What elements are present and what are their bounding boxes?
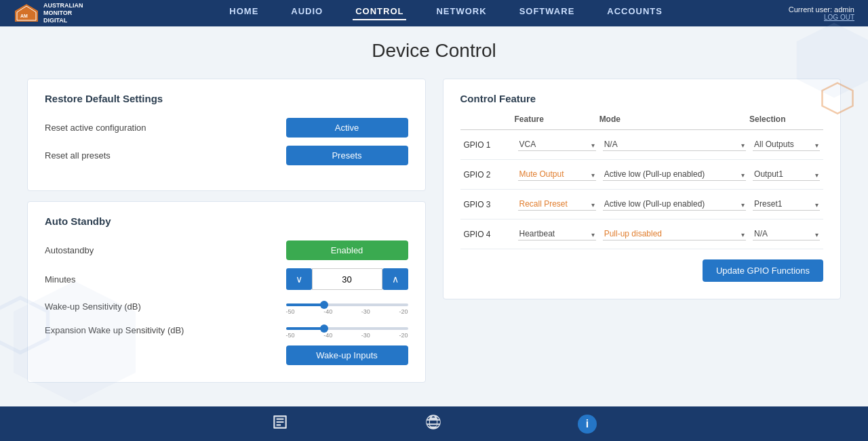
- logo-text: AUSTRALIAN MONITOR DIGITAL: [43, 2, 83, 24]
- autostandby-button[interactable]: Enabled: [286, 240, 408, 260]
- slider-thumb-1: [320, 301, 328, 309]
- main-content: Device Control Restore Default Settings …: [0, 26, 868, 396]
- wakeup-inputs-button[interactable]: Wake-up Inputs: [286, 345, 408, 365]
- gpio-feature-select-3[interactable]: Heartbeat: [518, 228, 596, 240]
- hex-deco-bottom-left-2: [7, 274, 142, 410]
- gpio-mode-cell-2[interactable]: Active low (Pull-up enabled): [599, 190, 749, 219]
- control-feature-panel: Control Feature Feature Mode Selection G…: [443, 79, 842, 299]
- gpio-table: Feature Mode Selection GPIO 1 VCA: [460, 114, 824, 249]
- autostandby-label: Autostandby: [45, 245, 94, 255]
- minutes-increment-button[interactable]: ∧: [382, 268, 408, 290]
- update-gpio-button[interactable]: Update GPIO Functions: [703, 259, 823, 282]
- main-nav: HOME AUDIO CONTROL NETWORK SOFTWARE ACCO…: [104, 6, 789, 20]
- gpio-feature-select-0[interactable]: VCA: [518, 138, 596, 151]
- logout-link[interactable]: LOG OUT: [789, 14, 854, 21]
- reset-active-button[interactable]: Active: [286, 118, 408, 138]
- col-feature: Feature: [515, 114, 599, 130]
- nav-software[interactable]: SOFTWARE: [517, 6, 578, 20]
- svg-text:AM: AM: [20, 14, 28, 18]
- table-row: GPIO 1 VCA N/A All Outputs: [460, 130, 824, 160]
- slider-fill-1: [286, 303, 323, 306]
- current-user-label: Current user: admin: [789, 5, 854, 14]
- gpio-mode-select-0[interactable]: N/A: [603, 138, 746, 151]
- footer: i: [0, 406, 868, 441]
- gpio-mode-select-2[interactable]: Active low (Pull-up enabled): [603, 198, 746, 211]
- gpio-feature-select-2[interactable]: Recall Preset: [518, 198, 596, 211]
- table-row: GPIO 4 Heartbeat Pull-up disabled: [460, 219, 824, 249]
- minutes-control: ∨ 30 ∧: [286, 268, 408, 290]
- reset-presets-row: Reset all presets Presets: [45, 146, 408, 165]
- gpio-selection-cell-2[interactable]: Preset1: [749, 190, 823, 219]
- gpio-mode-select-1[interactable]: Active low (Pull-up enabled): [603, 168, 746, 181]
- gpio-selection-select-0[interactable]: All Outputs: [753, 138, 820, 151]
- restore-defaults-title: Restore Default Settings: [45, 93, 408, 104]
- col-gpio: [460, 114, 515, 130]
- gpio-id-2: GPIO 3: [460, 190, 515, 219]
- logo: AM AUSTRALIAN MONITOR DIGITAL: [14, 2, 83, 24]
- content-grid: Restore Default Settings Reset active co…: [27, 79, 841, 383]
- nav-control[interactable]: CONTROL: [353, 6, 406, 20]
- nav-accounts[interactable]: ACCOUNTS: [604, 6, 665, 20]
- slider-track-1: [286, 303, 408, 306]
- reset-active-row: Reset active configuration Active: [45, 118, 408, 138]
- gpio-feature-select-1[interactable]: Mute Output: [518, 168, 596, 181]
- gpio-mode-cell-3[interactable]: Pull-up disabled: [599, 219, 749, 249]
- gpio-feature-cell-0[interactable]: VCA: [515, 130, 599, 160]
- gpio-selection-select-1[interactable]: Output1: [753, 168, 820, 181]
- slider-labels-2: -50 -40 -30 -20: [286, 332, 408, 339]
- gpio-selection-select-2[interactable]: Preset1: [753, 198, 820, 211]
- minutes-value: 30: [312, 268, 382, 290]
- info-button[interactable]: i: [578, 415, 597, 434]
- gpio-mode-cell-0[interactable]: N/A: [599, 130, 749, 160]
- gpio-selection-cell-0[interactable]: All Outputs: [749, 130, 823, 160]
- gpio-selection-select-3[interactable]: N/A: [753, 228, 820, 240]
- page-title: Device Control: [27, 40, 841, 62]
- slider-fill-2: [286, 327, 323, 330]
- gpio-feature-cell-2[interactable]: Recall Preset: [515, 190, 599, 219]
- gpio-feature-cell-1[interactable]: Mute Output: [515, 160, 599, 190]
- auto-standby-title: Auto Standby: [45, 215, 408, 227]
- wakeup-sensitivity-slider[interactable]: -50 -40 -30 -20: [286, 298, 408, 315]
- gpio-selection-cell-1[interactable]: Output1: [749, 160, 823, 190]
- minutes-decrement-button[interactable]: ∨: [286, 268, 312, 290]
- slider-thumb-2: [320, 324, 328, 333]
- svg-marker-0: [15, 4, 38, 22]
- gpio-id-0: GPIO 1: [460, 130, 515, 160]
- table-row: GPIO 3 Recall Preset Active low (Pull-up…: [460, 190, 824, 219]
- reset-presets-label: Reset all presets: [45, 150, 111, 161]
- globe-icon[interactable]: [425, 413, 442, 434]
- table-row: GPIO 2 Mute Output Active low (Pull-up e…: [460, 160, 824, 190]
- svg-marker-6: [14, 281, 136, 403]
- nav-home[interactable]: HOME: [226, 6, 261, 20]
- table-header-row: Feature Mode Selection: [460, 114, 824, 130]
- gpio-feature-cell-3[interactable]: Heartbeat: [515, 219, 599, 249]
- control-feature-title: Control Feature: [460, 93, 824, 104]
- book-icon[interactable]: [271, 413, 289, 434]
- gpio-id-1: GPIO 2: [460, 160, 515, 190]
- reset-presets-button[interactable]: Presets: [286, 146, 408, 165]
- slider-track-2: [286, 327, 408, 330]
- nav-network[interactable]: NETWORK: [433, 6, 489, 20]
- gpio-id-3: GPIO 4: [460, 219, 515, 249]
- gpio-selection-cell-3[interactable]: N/A: [749, 219, 823, 249]
- gpio-mode-cell-1[interactable]: Active low (Pull-up enabled): [599, 160, 749, 190]
- col-mode: Mode: [599, 114, 749, 130]
- autostandby-row: Autostandby Enabled: [45, 240, 408, 260]
- col-selection: Selection: [749, 114, 823, 130]
- header: AM AUSTRALIAN MONITOR DIGITAL HOME AUDIO…: [0, 0, 868, 26]
- reset-active-label: Reset active configuration: [45, 123, 146, 133]
- expansion-wakeup-slider[interactable]: -50 -40 -30 -20: [286, 322, 408, 339]
- restore-defaults-panel: Restore Default Settings Reset active co…: [27, 79, 426, 191]
- gpio-mode-select-3[interactable]: Pull-up disabled: [603, 228, 746, 240]
- nav-audio[interactable]: AUDIO: [288, 6, 326, 20]
- slider-labels-1: -50 -40 -30 -20: [286, 308, 408, 315]
- user-area: Current user: admin LOG OUT: [789, 5, 854, 21]
